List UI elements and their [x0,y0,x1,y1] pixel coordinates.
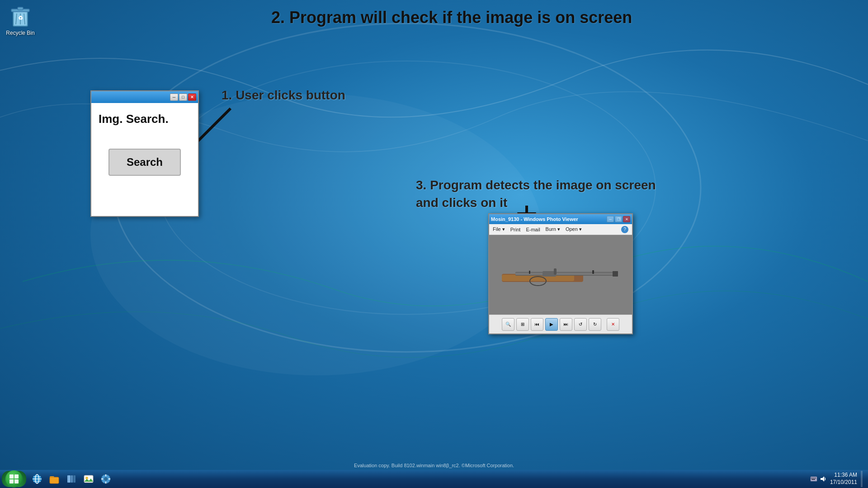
device-icon-svg [100,474,111,484]
taskbar-ie-icon[interactable] [29,471,45,487]
svg-text:♻: ♻ [18,15,23,21]
taskbar-right: 11:36 AM 17/10/2011 [810,471,866,487]
img-search-window: ─ □ ✕ Img. Search. Search [90,90,199,217]
pv-menubar: File ▾ Print E-mail Burn ▾ Open ▾ ? [489,224,632,235]
show-desktop-button[interactable] [861,471,863,487]
svg-rect-38 [71,475,73,483]
close-button[interactable]: ✕ [188,94,196,101]
pv-title-text: Mosin_9130 - Windows Photo Viewer [491,216,578,222]
system-clock[interactable]: 11:36 AM 17/10/2011 [830,472,857,486]
desktop-background [0,0,868,488]
windows-logo-icon [9,474,19,484]
window-controls: ─ □ ✕ [170,94,196,101]
minimize-button[interactable]: ─ [170,94,178,101]
maximize-button[interactable]: □ [179,94,187,101]
pv-titlebar: Mosin_9130 - Windows Photo Viewer ─ ❐ ✕ [489,214,632,224]
clock-time: 11:36 AM [830,472,857,479]
annotation-step1: 1. User clicks button [222,88,345,103]
svg-rect-27 [9,479,14,483]
pv-controls: ─ ❐ ✕ [607,216,630,222]
svg-rect-51 [814,478,815,479]
svg-rect-22 [613,271,618,277]
recycle-bin-label: Recycle Bin [6,30,34,36]
recycle-bin-svg: ♻ [9,5,31,28]
pv-play-btn[interactable]: ▶ [545,318,558,331]
search-button[interactable]: Search [108,149,181,176]
svg-rect-37 [67,475,71,483]
pv-close-button[interactable]: ✕ [623,216,630,222]
start-orb [5,470,23,488]
start-button[interactable] [2,471,26,487]
pv-delete-btn[interactable]: ✕ [607,318,619,331]
keyboard-tray-icon [810,475,817,483]
svg-rect-28 [14,479,19,483]
pv-menu-burn[interactable]: Burn ▾ [546,226,560,232]
window-titlebar: ─ □ ✕ [91,91,198,103]
svg-rect-25 [9,474,14,479]
svg-rect-23 [592,270,594,274]
pv-toolbar: 🔍 ⊞ ⏮ ▶ ⏭ ↺ ↻ ✕ [489,314,632,333]
annotation-step3-line2: and clicks on it [416,194,656,211]
pv-actualsize-btn[interactable]: ⊞ [516,318,529,331]
svg-rect-47 [108,479,110,479]
pv-image-area [489,235,632,314]
wallpaper-swirl [0,0,868,488]
app-title: Img. Search. [99,112,169,126]
svg-rect-21 [554,268,557,275]
pv-next-btn[interactable]: ⏭ [560,318,572,331]
svg-rect-44 [105,474,106,476]
svg-point-43 [104,477,108,481]
taskbar: 11:36 AM 17/10/2011 [0,470,868,488]
folder-icon-svg [49,474,60,484]
recycle-bin-icon[interactable]: ♻ Recycle Bin [5,5,36,36]
pv-menu-print[interactable]: Print [510,227,521,232]
pv-menu-help[interactable]: ? [621,226,628,233]
taskbar-explorer-icon[interactable] [46,471,62,487]
library-icon-svg [66,474,77,484]
svg-rect-50 [812,478,813,479]
pv-rotate-cw-btn[interactable]: ↻ [589,318,601,331]
clock-date: 17/10/2011 [830,479,857,486]
rifle-image [502,261,619,288]
svg-rect-49 [811,478,812,479]
pv-menu-file[interactable]: File ▾ [493,226,505,232]
svg-rect-9 [18,7,23,10]
pv-menu-open[interactable]: Open ▾ [566,226,582,232]
pv-restore-button[interactable]: ❐ [615,216,622,222]
pv-prev-btn[interactable]: ⏮ [531,318,543,331]
svg-marker-54 [821,476,824,482]
eval-text: Evaluation copy. Build 8102.winmain win8… [0,463,868,468]
pictures-icon-svg [83,474,94,484]
svg-rect-34 [50,477,59,483]
svg-rect-24 [529,271,530,274]
annotation-step3-line1: 3. Program detects the image on screen [416,176,656,194]
speaker-tray-icon [819,475,826,483]
system-tray [810,475,826,483]
svg-rect-39 [73,475,75,483]
annotation-step3: 3. Program detects the image on screen a… [416,176,656,211]
pv-menu-email[interactable]: E-mail [526,227,540,232]
pv-minimize-button[interactable]: ─ [607,216,614,222]
taskbar-device-icon[interactable] [98,471,114,487]
svg-rect-16 [502,275,574,281]
pv-rotate-ccw-btn[interactable]: ↺ [574,318,587,331]
svg-rect-52 [815,478,816,479]
ie-icon-svg [32,474,42,484]
taskbar-library-icon[interactable] [63,471,80,487]
svg-rect-26 [14,474,19,479]
svg-rect-53 [811,479,815,480]
svg-rect-45 [105,482,106,483]
svg-rect-46 [101,479,103,479]
pv-zoom-btn[interactable]: 🔍 [502,318,514,331]
taskbar-pictures-icon[interactable] [80,471,97,487]
photo-viewer-window: Mosin_9130 - Windows Photo Viewer ─ ❐ ✕ … [488,213,633,334]
annotation-step2: 2. Program will check if the image is on… [271,8,632,27]
window-body: Img. Search. Search [91,103,198,216]
